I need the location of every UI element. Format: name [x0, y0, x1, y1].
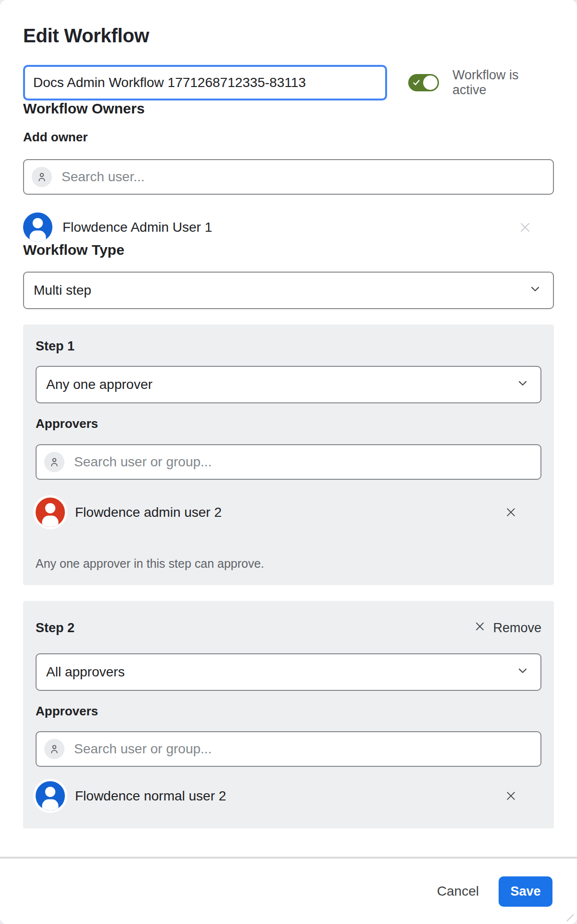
add-owner-label: Add owner: [23, 130, 554, 145]
dialog-title: Edit Workflow: [23, 25, 554, 47]
active-toggle-group: Workflow is active: [408, 68, 554, 98]
step-1-approvers-label: Approvers: [36, 416, 541, 431]
step-1-title: Step 1: [36, 339, 75, 354]
user-avatar: [23, 212, 52, 242]
step-2-approver-name: Flowdence normal user 2: [75, 788, 226, 804]
chevron-down-icon: [515, 376, 530, 394]
step-1-approval-mode-value: Any one approver: [46, 377, 152, 392]
step-2-approvers-label: Approvers: [36, 704, 541, 719]
step-2-approver-row: Flowdence normal user 2: [36, 781, 541, 811]
step-2-approver-search-input[interactable]: [73, 741, 533, 757]
step-1-header: Step 1: [36, 339, 541, 354]
step-2-header: Step 2 Remove: [36, 620, 541, 636]
edit-workflow-dialog: Edit Workflow Workflow is active Workflo…: [0, 0, 577, 924]
person-icon: [32, 167, 52, 187]
step-1-section: Step 1 Any one approver Approvers: [23, 325, 554, 585]
step-1-approver-name: Flowdence admin user 2: [75, 505, 222, 520]
chevron-down-icon: [515, 663, 530, 681]
workflow-type-value: Multi step: [34, 283, 91, 298]
remove-step-label: Remove: [493, 621, 541, 636]
workflow-name-row: Workflow is active: [23, 65, 554, 100]
step-1-approval-mode-select[interactable]: Any one approver: [36, 366, 541, 403]
person-icon: [44, 452, 64, 472]
owner-name: Flowdence Admin User 1: [63, 220, 212, 235]
workflow-active-label: Workflow is active: [452, 68, 554, 98]
workflow-name-input[interactable]: [23, 65, 387, 100]
close-icon: [474, 620, 486, 636]
toggle-knob: [423, 75, 438, 90]
check-icon: [412, 78, 421, 88]
step-1-approver-search-input[interactable]: [73, 454, 533, 470]
chevron-down-icon: [528, 282, 542, 300]
step-2-approval-mode-value: All approvers: [46, 664, 125, 680]
person-icon: [44, 739, 64, 759]
step-2-title: Step 2: [36, 621, 75, 636]
workflow-active-toggle[interactable]: [408, 74, 439, 91]
cancel-button[interactable]: Cancel: [437, 884, 479, 899]
workflow-owners-heading: Workflow Owners: [23, 100, 554, 117]
step-1-help-text: Any one approver in this step can approv…: [36, 557, 541, 585]
remove-step-button[interactable]: Remove: [474, 620, 541, 636]
workflow-type-select[interactable]: Multi step: [23, 272, 554, 309]
dialog-content: Edit Workflow Workflow is active Workflo…: [0, 0, 577, 828]
workflow-type-heading: Workflow Type: [23, 242, 554, 258]
owner-search-box: [23, 159, 554, 195]
step-2-search-box: [36, 731, 541, 767]
user-avatar: [36, 781, 65, 811]
owner-row: Flowdence Admin User 1: [23, 212, 554, 242]
step-2-section: Step 2 Remove All approvers: [23, 601, 554, 828]
user-avatar: [36, 498, 65, 527]
step-1-search-box: [36, 444, 541, 480]
step-1-approver-row: Flowdence admin user 2: [36, 498, 541, 527]
owner-search-input[interactable]: [61, 169, 545, 185]
dialog-footer: Cancel Save: [0, 857, 577, 924]
remove-owner-button[interactable]: [518, 220, 532, 235]
save-button[interactable]: Save: [499, 876, 552, 907]
remove-approver-button[interactable]: [504, 789, 517, 802]
step-2-approval-mode-select[interactable]: All approvers: [36, 653, 541, 691]
remove-approver-button[interactable]: [504, 506, 517, 519]
